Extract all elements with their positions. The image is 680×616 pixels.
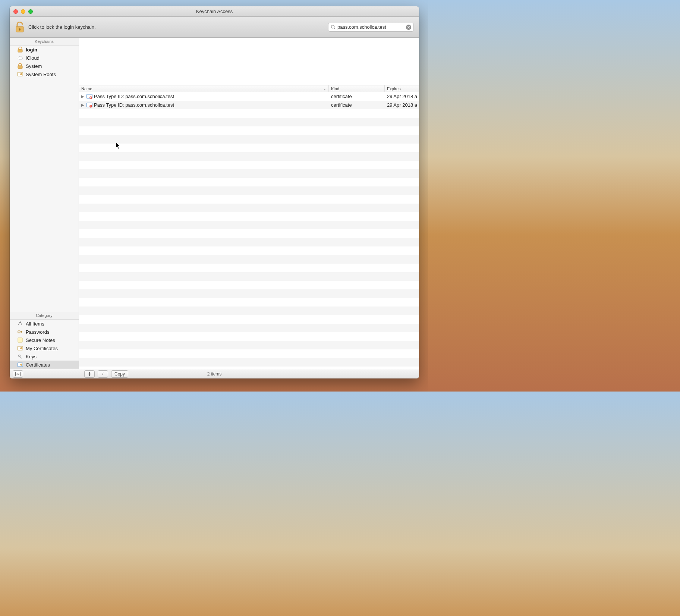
- search-input[interactable]: [337, 24, 404, 30]
- svg-point-12: [21, 348, 22, 349]
- add-button[interactable]: [84, 370, 95, 378]
- row-kind: certificate: [329, 102, 385, 108]
- search-icon: [331, 25, 336, 29]
- sidebar-item-label: My Certificates: [26, 346, 58, 351]
- cloud-icon: [17, 55, 23, 61]
- lock-open-icon: [17, 47, 23, 53]
- svg-rect-4: [18, 49, 22, 52]
- bottom-toolbar: i Copy 2 items: [10, 369, 419, 378]
- svg-point-7: [21, 73, 22, 75]
- certificate-error-icon: [86, 102, 92, 108]
- key-icon: [17, 329, 23, 335]
- category-secure-notes[interactable]: Secure Notes: [10, 336, 79, 344]
- traffic-lights: [10, 9, 33, 14]
- category-keys[interactable]: Keys: [10, 352, 79, 361]
- toolbar: Click to lock the login keychain.: [10, 17, 419, 38]
- lock-icon: [17, 63, 23, 69]
- sidebar-item-label: Passwords: [26, 329, 50, 335]
- row-kind: certificate: [329, 94, 385, 99]
- table-row[interactable]: ▶ Pass Type ID: pass.com.scholica.test c…: [79, 101, 419, 109]
- sidebar-item-label: iCloud: [26, 55, 40, 61]
- column-kind[interactable]: Kind: [329, 85, 385, 92]
- keychain-icloud[interactable]: iCloud: [10, 54, 79, 62]
- all-items-icon: [17, 321, 23, 327]
- svg-rect-10: [18, 338, 22, 342]
- svg-rect-5: [18, 66, 22, 69]
- keychain-access-window: Keychain Access Click to lock the login …: [10, 6, 419, 378]
- row-name: Pass Type ID: pass.com.scholica.test: [94, 94, 329, 99]
- category-passwords[interactable]: Passwords: [10, 328, 79, 336]
- window-title: Keychain Access: [10, 9, 419, 14]
- sidebar-item-label: Keys: [26, 354, 37, 359]
- category-my-certificates[interactable]: My Certificates: [10, 344, 79, 352]
- category-all-items[interactable]: All Items: [10, 320, 79, 328]
- column-headers: Name ⌄ Kind Expires: [79, 85, 419, 92]
- keychains-list: login iCloud System: [10, 45, 79, 78]
- detail-pane: [79, 38, 419, 85]
- row-name: Pass Type ID: pass.com.scholica.test: [94, 102, 329, 108]
- close-button[interactable]: [13, 9, 18, 14]
- keychain-login[interactable]: login: [10, 45, 79, 54]
- certificate-icon: [17, 71, 23, 77]
- column-label: Name: [81, 87, 92, 91]
- svg-point-9: [18, 331, 20, 333]
- disclosure-triangle-icon[interactable]: ▶: [81, 103, 85, 107]
- lock-hint-label: Click to lock the login keychain.: [28, 24, 96, 30]
- window-body: Keychains login iCloud: [10, 38, 419, 369]
- copy-button[interactable]: Copy: [111, 370, 128, 378]
- keychain-system-roots[interactable]: System Roots: [10, 70, 79, 78]
- category-certificates[interactable]: Certificates: [10, 361, 79, 369]
- svg-rect-1: [19, 28, 21, 31]
- sidebar-item-label: login: [26, 47, 37, 53]
- minimize-button[interactable]: [21, 9, 25, 14]
- copy-label: Copy: [114, 371, 125, 377]
- certificate-icon: [17, 362, 23, 368]
- table-row[interactable]: ▶ Pass Type ID: pass.com.scholica.test c…: [79, 92, 419, 101]
- lock-keychain-button[interactable]: [15, 22, 25, 33]
- zoom-button[interactable]: [28, 9, 33, 14]
- svg-line-3: [334, 28, 335, 29]
- panel-up-icon: [15, 372, 21, 376]
- keychain-system[interactable]: System: [10, 62, 79, 70]
- sidebar-item-label: System: [26, 63, 42, 69]
- column-label: Kind: [331, 87, 339, 91]
- svg-point-15: [21, 364, 22, 365]
- column-expires[interactable]: Expires: [385, 85, 419, 92]
- keychains-header: Keychains: [10, 38, 79, 45]
- sidebar-item-label: Certificates: [26, 362, 50, 368]
- note-icon: [17, 337, 23, 343]
- plus-icon: [87, 372, 92, 376]
- status-label: 2 items: [10, 371, 419, 377]
- keys-icon: [17, 353, 23, 359]
- info-icon: i: [102, 371, 103, 377]
- sidebar-item-label: System Roots: [26, 72, 56, 77]
- main-panel: Name ⌄ Kind Expires ▶ Pass Type ID: pass…: [79, 38, 419, 369]
- clear-search-button[interactable]: [406, 25, 411, 30]
- sort-indicator-icon: ⌄: [323, 87, 326, 91]
- lock-open-icon: [15, 22, 25, 33]
- search-field[interactable]: [328, 23, 414, 32]
- certificate-icon: [17, 345, 23, 351]
- titlebar: Keychain Access: [10, 6, 419, 17]
- disclosure-triangle-icon[interactable]: ▶: [81, 94, 85, 98]
- svg-point-13: [19, 355, 21, 357]
- rows-container[interactable]: ▶ Pass Type ID: pass.com.scholica.test c…: [79, 92, 419, 369]
- row-expires: 29 Apr 2018 a: [385, 94, 419, 99]
- sidebar-item-label: All Items: [26, 321, 44, 327]
- svg-point-2: [331, 25, 334, 28]
- info-button[interactable]: i: [98, 370, 108, 378]
- svg-point-8: [20, 322, 21, 323]
- svg-rect-20: [16, 372, 21, 376]
- column-label: Expires: [387, 87, 401, 91]
- sidebar-item-label: Secure Notes: [26, 337, 55, 343]
- category-list: All Items Passwords Secure Notes: [10, 320, 79, 369]
- column-name[interactable]: Name ⌄: [79, 85, 329, 92]
- sidebar: Keychains login iCloud: [10, 38, 79, 369]
- toggle-detail-button[interactable]: [13, 370, 23, 378]
- category-header: Category: [10, 312, 79, 320]
- row-expires: 29 Apr 2018 a: [385, 102, 419, 108]
- certificate-error-icon: [86, 94, 92, 100]
